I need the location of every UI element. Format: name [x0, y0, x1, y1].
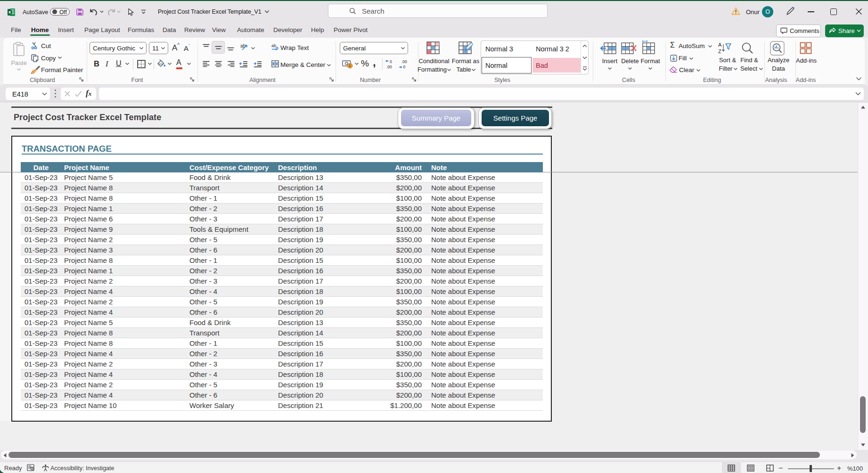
- svg-text:Z: Z: [718, 49, 721, 54]
- svg-text:ab: ab: [240, 43, 246, 49]
- svg-text:0: 0: [390, 59, 392, 64]
- svg-text:ab: ab: [271, 43, 276, 48]
- svg-text:A: A: [718, 42, 722, 48]
- svg-text:.00: .00: [401, 59, 407, 64]
- svg-text:.00: .00: [386, 65, 392, 69]
- svg-text:0: 0: [403, 65, 406, 69]
